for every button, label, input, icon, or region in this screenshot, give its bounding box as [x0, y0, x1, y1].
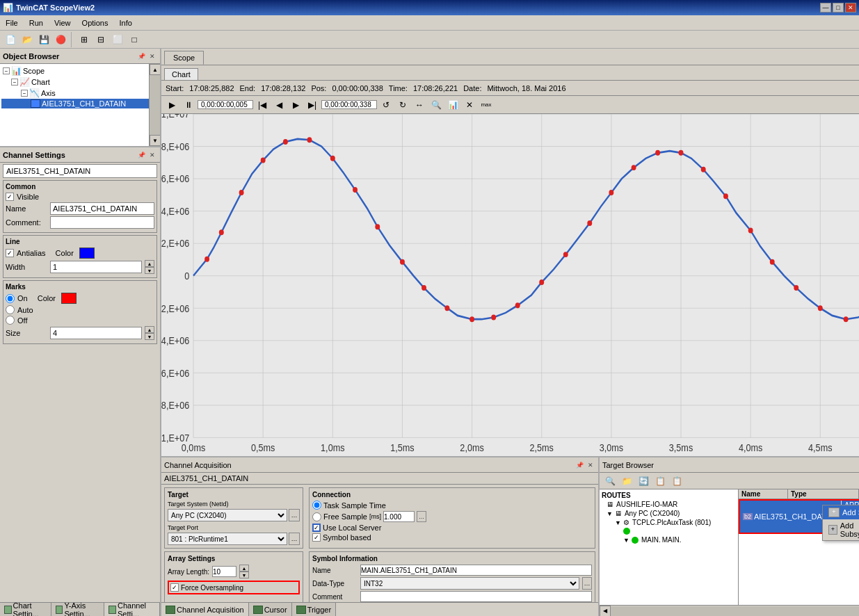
tree-item-scope[interactable]: − 📊 Scope	[1, 65, 159, 76]
tree-item-chart[interactable]: − 📈 Chart	[1, 76, 159, 88]
target-port-select[interactable]: 801 : PlcRuntime1	[168, 533, 287, 545]
ctx-add-symbol[interactable]: + Add Symbol	[823, 505, 859, 519]
menu-run[interactable]: Run	[24, 17, 49, 29]
target-system-select[interactable]: Any PC (CX2040)	[168, 509, 287, 521]
chart-tab[interactable]: Chart	[164, 68, 198, 80]
width-up[interactable]: ▲	[145, 260, 154, 267]
menu-info[interactable]: Info	[114, 17, 138, 29]
comment-input[interactable]	[50, 216, 154, 229]
ctx-add-subsymbols[interactable]: + Add Subsymbols	[823, 519, 859, 540]
free-sample-input[interactable]	[383, 511, 415, 522]
tb-btn6[interactable]: ⊟	[93, 32, 109, 47]
ca-tab-cursor[interactable]: Cursor	[249, 603, 292, 616]
size-down[interactable]: ▼	[145, 333, 154, 340]
tab-yaxis-settings[interactable]: Y-Axis Settin...	[51, 603, 105, 616]
reload-button[interactable]: ↻	[395, 97, 410, 113]
minimize-button[interactable]: —	[820, 3, 831, 13]
new-button[interactable]: 📄	[3, 32, 18, 47]
array-length-up[interactable]: ▲	[239, 565, 249, 572]
zoom-fit-button[interactable]: ↔	[412, 97, 427, 113]
line-color-picker[interactable]	[79, 248, 95, 259]
skip-end-button[interactable]: ▶|	[305, 97, 320, 113]
antialias-checkbox[interactable]	[6, 249, 14, 257]
sym-name-input[interactable]	[360, 565, 592, 576]
zoom-out-button[interactable]: 📊	[445, 97, 460, 113]
marks-auto-radio[interactable]	[6, 305, 15, 314]
ca-tab-acquisition[interactable]: Channel Acquisition	[161, 603, 249, 616]
maximize-button[interactable]: □	[833, 3, 844, 13]
free-sample-browse[interactable]: …	[417, 511, 426, 522]
expand-chart[interactable]: −	[11, 79, 18, 86]
route-main[interactable]: ▼ MAIN. MAIN.	[601, 535, 737, 544]
expand-axis[interactable]: −	[21, 90, 28, 97]
tb-scroll-left[interactable]: ◀	[600, 606, 611, 617]
ob-scroll-up[interactable]: ▲	[150, 64, 160, 75]
record-button[interactable]: 🔴	[53, 32, 68, 47]
size-up[interactable]: ▲	[145, 326, 154, 333]
task-sample-radio[interactable]	[312, 501, 321, 510]
tb-btn8[interactable]: □	[127, 32, 142, 47]
target-port-browse[interactable]: …	[289, 533, 300, 545]
tb-copy-btn2[interactable]: 📋	[669, 473, 684, 489]
cs-pin-button[interactable]: 📌	[136, 150, 146, 160]
ob-pin-button[interactable]: 📌	[136, 51, 146, 61]
tb-btn7[interactable]: ⬜	[110, 32, 125, 47]
max-button[interactable]: max	[479, 97, 494, 113]
free-sample-radio[interactable]	[312, 512, 321, 521]
expand-tcplc[interactable]: ▼	[615, 519, 621, 526]
save-button[interactable]: 💾	[36, 32, 51, 47]
close-button[interactable]: ✕	[845, 3, 856, 13]
width-down[interactable]: ▼	[145, 267, 154, 274]
ca-close-button[interactable]: ✕	[586, 460, 595, 470]
use-local-server-checkbox[interactable]	[312, 524, 321, 532]
marks-on-radio[interactable]	[6, 294, 15, 303]
tree-item-channel[interactable]: AIEL3751_CH1_DATAIN	[1, 99, 159, 108]
route-green1[interactable]	[601, 527, 737, 535]
tb-refresh-btn[interactable]: 🔄	[636, 473, 651, 489]
pause-button[interactable]: ⏸	[181, 97, 196, 113]
scope-tab[interactable]: Scope	[164, 51, 204, 65]
symbol-based-checkbox[interactable]	[312, 533, 321, 542]
sym-comment-input[interactable]	[360, 591, 592, 602]
route-anypc[interactable]: ▼ 🖥 Any PC (CX2040)	[601, 509, 737, 518]
tab-channel-settings[interactable]: Channel Setti...	[104, 603, 160, 616]
tb-btn5[interactable]: ⊞	[77, 32, 92, 47]
zoom-in-button[interactable]: 🔍	[428, 97, 444, 113]
marks-color-picker[interactable]	[61, 293, 77, 304]
marks-off-radio[interactable]	[6, 316, 15, 325]
tab-chart-settings[interactable]: Chart Settin...	[0, 603, 51, 616]
sym-datatype-browse[interactable]: …	[582, 577, 592, 590]
step-back-button[interactable]: ◀	[271, 97, 287, 113]
menu-options[interactable]: Options	[77, 17, 114, 29]
route-aushilfe[interactable]: 🖥 AUSHILFE-IO-MAR	[601, 500, 737, 509]
name-input[interactable]	[50, 202, 154, 215]
force-oversampling-checkbox[interactable]	[170, 583, 179, 592]
step-fwd-button[interactable]: ▶	[288, 97, 303, 113]
play-button[interactable]: ▶	[164, 97, 179, 113]
target-system-browse[interactable]: …	[289, 509, 300, 521]
array-length-down[interactable]: ▼	[239, 572, 249, 578]
width-input[interactable]	[50, 261, 142, 273]
expand-anypc[interactable]: ▼	[607, 510, 613, 517]
tb-search-btn[interactable]: 🔍	[602, 473, 618, 489]
tb-folder-btn[interactable]: 📁	[619, 473, 634, 489]
ob-close-button[interactable]: ✕	[147, 51, 157, 61]
array-length-input[interactable]	[212, 566, 236, 577]
route-tcplc[interactable]: ▼ ⚙ TCPLC.PlcAuxTask (801)	[601, 518, 737, 527]
size-input[interactable]	[50, 327, 142, 339]
ca-pin-button[interactable]: 📌	[575, 460, 584, 470]
open-button[interactable]: 📂	[19, 32, 35, 47]
menu-file[interactable]: File	[0, 17, 24, 29]
cs-close-button[interactable]: ✕	[147, 150, 157, 160]
visible-checkbox[interactable]	[6, 193, 14, 201]
menu-view[interactable]: View	[49, 17, 77, 29]
expand-main[interactable]: ▼	[623, 537, 629, 544]
cursor-button[interactable]: ✕	[462, 97, 477, 113]
ob-scroll-down[interactable]: ▼	[150, 135, 160, 146]
refresh-button[interactable]: ↺	[378, 97, 394, 113]
sym-datatype-select[interactable]: INT32	[360, 577, 579, 590]
tb-copy-btn1[interactable]: 📋	[652, 473, 668, 489]
ca-tab-trigger[interactable]: Trigger	[292, 603, 336, 616]
tree-item-axis[interactable]: − 📉 Axis	[1, 88, 159, 99]
skip-start-button[interactable]: |◀	[255, 97, 270, 113]
